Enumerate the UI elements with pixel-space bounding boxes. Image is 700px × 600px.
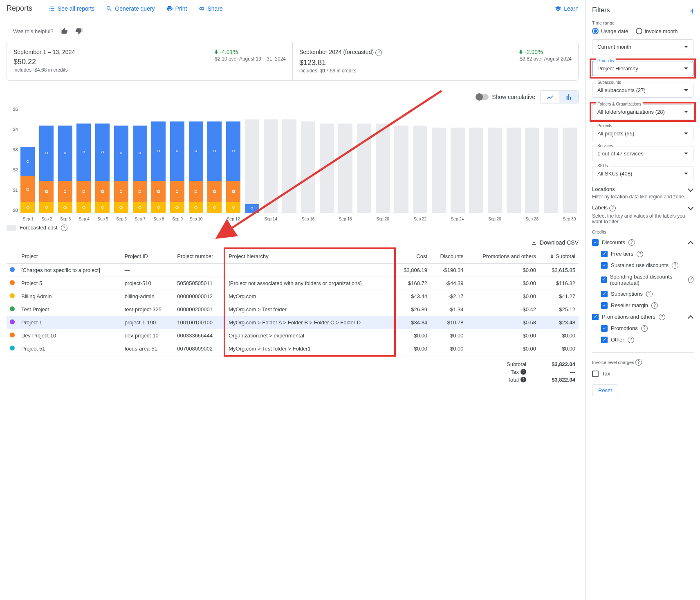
bar-chart-button[interactable]: [559, 91, 578, 103]
bar-column: [112, 107, 130, 213]
subaccounts-select[interactable]: Subaccounts All subaccounts (27): [592, 83, 693, 98]
help-icon[interactable]: ?: [659, 314, 665, 320]
learn-link[interactable]: Learn: [555, 5, 579, 12]
free-tiers-checkbox[interactable]: Free tiers ?: [592, 248, 693, 260]
see-all-reports-link[interactable]: See all reports: [49, 5, 94, 12]
forecast-swatch: [7, 225, 16, 231]
cell-subtotal: $23.48: [539, 316, 579, 329]
table-row[interactable]: Test Projecttest-project-325000000200001…: [7, 303, 579, 316]
help-icon[interactable]: ?: [635, 359, 642, 366]
subscriptions-checkbox[interactable]: Subscriptions ?: [592, 288, 693, 300]
topbar: Reports See all reports Generate query P…: [0, 0, 585, 17]
help-icon[interactable]: ?: [628, 337, 634, 343]
credits-label: Credits: [592, 229, 693, 234]
promo-others-checkbox[interactable]: Promotions and others ?: [592, 311, 693, 323]
help-icon[interactable]: ?: [609, 205, 616, 211]
table-row[interactable]: Dev Project 10dev-project-10000333666444…: [7, 329, 579, 342]
generate-query-link[interactable]: Generate query: [106, 5, 155, 12]
help-icon[interactable]: ?: [646, 291, 653, 297]
cell-project-id: project-1-190: [121, 316, 174, 329]
help-icon[interactable]: ?: [375, 49, 382, 56]
help-icon[interactable]: ?: [688, 276, 693, 283]
help-icon[interactable]: ?: [651, 302, 658, 309]
reseller-checkbox[interactable]: Reseller margin ?: [592, 300, 693, 311]
help-icon[interactable]: ?: [628, 239, 635, 246]
switch-icon: [476, 94, 489, 100]
cell-hierarchy: MyOrg.com > Test folder > Folder1: [225, 342, 394, 355]
cell-subtotal: $0.00: [539, 329, 579, 342]
table-row[interactable]: Billing Adminbilling-admin000000000012My…: [7, 290, 579, 303]
bar-column: [411, 107, 429, 213]
radio-off-icon: [636, 28, 642, 34]
time-range-select[interactable]: Current month: [592, 39, 693, 54]
download-csv-link[interactable]: Download CSV: [531, 239, 579, 246]
invoice-month-radio[interactable]: Invoice month: [636, 28, 678, 34]
col-discounts[interactable]: Discounts: [431, 249, 467, 264]
cell-promotions: $0.00: [467, 290, 539, 303]
group-by-select[interactable]: Group by Project Hierarchy: [592, 61, 693, 76]
chevron-down-icon: [684, 89, 688, 91]
services-select[interactable]: Services 1 out of 47 services: [592, 146, 693, 161]
invoice-charges-label: Invoice level charges: [592, 360, 634, 364]
table-row[interactable]: [Charges not specific to a project]—$3,8…: [7, 263, 579, 276]
thumbs-down-icon[interactable]: [75, 27, 83, 35]
cell-promotions: $0.00: [467, 329, 539, 342]
summary-delta: -4.01%: [213, 49, 286, 55]
share-link[interactable]: Share: [198, 5, 222, 12]
skus-select[interactable]: SKUs All SKUs (408): [592, 166, 693, 181]
locations-group[interactable]: Locations: [592, 186, 693, 192]
collapse-icon[interactable]: ›|: [690, 7, 693, 13]
table-row[interactable]: Project 51focus-area-51007008009002MyOrg…: [7, 342, 579, 355]
cell-project-id: dev-project-10: [121, 329, 174, 342]
bar-column: [94, 107, 112, 213]
promotions-checkbox[interactable]: Promotions ?: [592, 323, 693, 334]
chevron-down-icon: [684, 153, 688, 155]
labels-group[interactable]: Labels ?: [592, 204, 693, 211]
reset-button[interactable]: Reset: [592, 384, 618, 396]
table-row[interactable]: Project 5project-510505050505011[Project…: [7, 276, 579, 290]
cell-project-number: 000000200001: [174, 303, 225, 316]
thumbs-up-icon[interactable]: [60, 27, 68, 35]
help-icon[interactable]: ?: [637, 251, 643, 257]
sustained-checkbox[interactable]: Sustained use discounts ?: [592, 260, 693, 271]
col-promotions[interactable]: Promotions and others: [467, 249, 539, 264]
other-checkbox[interactable]: Other ?: [592, 334, 693, 346]
cell-project-number: 505050505011: [174, 276, 225, 290]
bar-column: [206, 107, 224, 213]
spending-checkbox[interactable]: Spending based discounts (contractual) ?: [592, 271, 693, 288]
line-chart-button[interactable]: [541, 91, 559, 103]
col-project-number[interactable]: Project number: [174, 249, 225, 264]
color-dot: [10, 306, 15, 311]
help-icon[interactable]: ?: [641, 325, 648, 332]
discounts-checkbox[interactable]: Discounts ?: [592, 237, 693, 248]
show-cumulative-toggle[interactable]: Show cumulative: [476, 94, 535, 100]
cell-hierarchy: MyOrg.com: [225, 290, 394, 303]
projects-table: Project Project ID Project number Projec…: [7, 249, 579, 355]
folders-select[interactable]: Folders & Organizations All folders/orga…: [592, 104, 693, 119]
col-subtotal[interactable]: Subtotal: [539, 249, 579, 264]
col-hierarchy[interactable]: Project hierarchy: [225, 249, 394, 264]
helpful-row: Was this helpful?: [7, 24, 579, 42]
help-icon[interactable]: ?: [521, 377, 526, 382]
tax-checkbox[interactable]: Tax: [592, 368, 693, 380]
cell-cost: $26.89: [394, 303, 431, 316]
help-icon[interactable]: ?: [672, 262, 678, 269]
cell-hierarchy: MyOrg.com > Folder A > Folder B > Folder…: [225, 316, 394, 329]
col-project[interactable]: Project: [18, 249, 121, 264]
print-icon: [166, 5, 173, 12]
help-icon[interactable]: ?: [521, 369, 526, 375]
table-row[interactable]: Project 1project-1-190100100100100MyOrg.…: [7, 316, 579, 329]
cell-hierarchy: MyOrg.com > Test folder: [225, 303, 394, 316]
cell-project-number: 000333666444: [174, 329, 225, 342]
bar-column: [523, 107, 541, 213]
chevron-down-icon: [684, 111, 688, 113]
time-range-label: Time range: [592, 20, 693, 25]
summary-row: September 1 – 13, 2024 $50.22 includes -…: [7, 42, 579, 81]
col-project-id[interactable]: Project ID: [121, 249, 174, 264]
usage-date-radio[interactable]: Usage date: [592, 28, 628, 34]
col-cost[interactable]: Cost: [394, 249, 431, 264]
list-icon: [49, 5, 55, 12]
projects-select[interactable]: Projects All projects (55): [592, 126, 693, 141]
help-icon[interactable]: ?: [61, 225, 67, 231]
print-link[interactable]: Print: [166, 5, 187, 12]
